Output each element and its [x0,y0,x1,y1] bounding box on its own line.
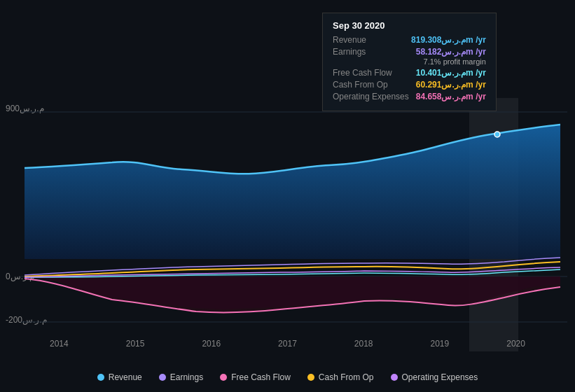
legend-label-earnings: Earnings [170,372,203,382]
legend-label-free-cash: Free Cash Flow [231,372,291,382]
tooltip-margin: 7.1% profit margin [424,57,486,66]
legend-item-earnings[interactable]: Earnings [159,372,203,382]
tooltip-cash-op-row: Cash From Op 60.291م.ر.سm /yr [333,80,486,90]
legend-dot-free-cash [220,374,227,381]
tooltip-revenue-value: 819.308م.ر.سm /yr [411,35,486,45]
tooltip-cash-op-label: Cash From Op [333,80,388,90]
legend-dot-op-exp [391,374,398,381]
chart-container: Sep 30 2020 Revenue 819.308م.ر.سm /yr Ea… [0,0,575,392]
tooltip-op-exp-row: Operating Expenses 84.658م.ر.سm /yr [333,92,486,102]
legend-label-revenue: Revenue [109,372,142,382]
tooltip-earnings-value: 58.182م.ر.سm /yr [416,47,486,57]
legend-dot-earnings [159,374,166,381]
x-label-2018: 2018 [354,339,373,349]
legend-label-op-exp: Operating Expenses [402,372,478,382]
legend-label-cash-op: Cash From Op [319,372,374,382]
tooltip-free-cash-label: Free Cash Flow [333,68,392,78]
tooltip-free-cash-value: 10.401م.ر.سm /yr [416,68,486,78]
legend: Revenue Earnings Free Cash Flow Cash Fro… [0,372,575,382]
x-label-2016: 2016 [202,339,221,349]
tooltip-op-exp-value: 84.658م.ر.سm /yr [416,92,486,102]
tooltip-cash-op-value: 60.291م.ر.سm /yr [416,80,486,90]
legend-item-revenue[interactable]: Revenue [97,372,142,382]
legend-dot-revenue [97,374,104,381]
tooltip-revenue-row: Revenue 819.308م.ر.سm /yr [333,35,486,45]
x-label-2017: 2017 [278,339,297,349]
tooltip-margin-row: 7.1% profit margin [333,57,486,66]
x-label-2014: 2014 [50,339,69,349]
legend-item-cash-op[interactable]: Cash From Op [307,372,374,382]
x-label-2019: 2019 [431,339,450,349]
tooltip-earnings-label: Earnings [333,47,366,57]
x-axis-labels: 2014 2015 2016 2017 2018 2019 2020 [0,339,575,349]
svg-point-3 [494,132,500,137]
tooltip-free-cash-row: Free Cash Flow 10.401م.ر.سm /yr [333,68,486,78]
tooltip-revenue-label: Revenue [333,35,366,45]
tooltip-earnings-row: Earnings 58.182م.ر.سm /yr [333,47,486,57]
tooltip-date: Sep 30 2020 [333,20,486,31]
x-label-2015: 2015 [126,339,145,349]
legend-item-op-exp[interactable]: Operating Expenses [391,372,478,382]
x-label-2020: 2020 [506,339,525,349]
tooltip-box: Sep 30 2020 Revenue 819.308م.ر.سm /yr Ea… [322,13,497,111]
legend-dot-cash-op [307,374,314,381]
tooltip-op-exp-label: Operating Expenses [333,92,409,102]
legend-item-free-cash[interactable]: Free Cash Flow [220,372,291,382]
